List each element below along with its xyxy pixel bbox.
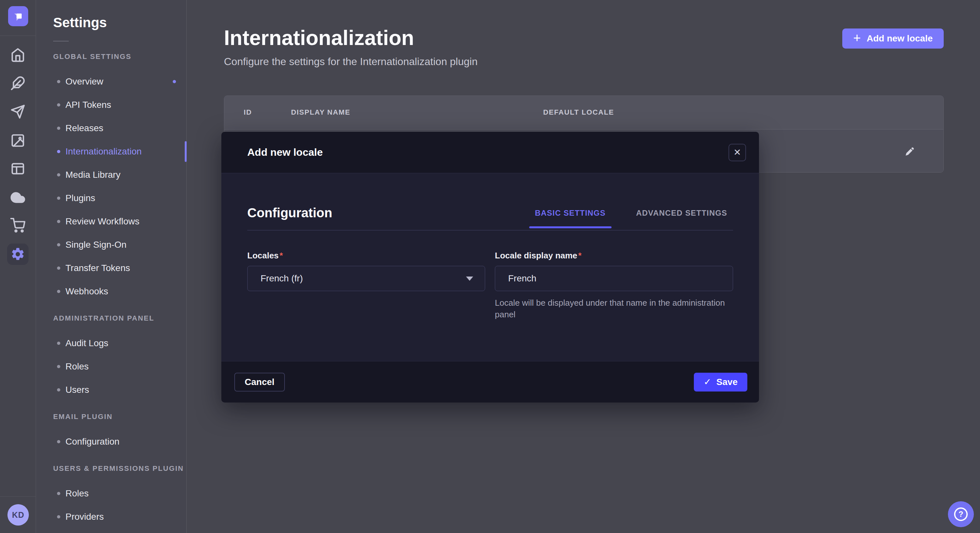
sidebar-item-admin-roles[interactable]: Roles xyxy=(36,355,186,378)
sidebar-item-overview[interactable]: Overview xyxy=(36,70,186,93)
bullet-icon xyxy=(57,127,60,130)
display-name-field-label: Locale display name* xyxy=(495,251,733,261)
sidebar-item-api-tokens[interactable]: API Tokens xyxy=(36,93,186,117)
bullet-icon xyxy=(57,103,60,106)
cancel-button[interactable]: Cancel xyxy=(234,373,285,392)
rail-divider-bottom xyxy=(0,497,36,497)
help-button[interactable]: ? xyxy=(948,501,974,527)
page-title: Internationalization xyxy=(224,26,414,50)
paper-plane-icon[interactable] xyxy=(8,102,28,122)
cart-icon[interactable] xyxy=(8,215,28,236)
notification-dot xyxy=(173,80,176,83)
section-label-email-plugin: EMAIL PLUGIN xyxy=(53,412,186,421)
bullet-icon xyxy=(57,365,60,368)
bullet-icon xyxy=(57,266,60,270)
locales-field-label: Locales* xyxy=(247,251,485,261)
cloud-icon[interactable] xyxy=(8,187,28,208)
sidebar-title-divider xyxy=(53,41,69,41)
column-header-display-name: DISPLAY NAME xyxy=(291,108,350,117)
locale-display-name-input[interactable] xyxy=(495,266,733,291)
pencil-icon xyxy=(903,145,916,158)
section-label-administration-panel: ADMINISTRATION PANEL xyxy=(53,314,186,322)
column-header-default-locale: DEFAULT LOCALE xyxy=(543,108,614,117)
locales-select-value: French (fr) xyxy=(261,273,303,284)
settings-tabs: BASIC SETTINGS ADVANCED SETTINGS xyxy=(529,209,733,217)
modal-header: Add new locale ✕ xyxy=(221,132,759,173)
bullet-icon xyxy=(57,150,60,153)
table-header-row: ID DISPLAY NAME DEFAULT LOCALE xyxy=(224,96,943,130)
bullet-icon xyxy=(57,243,60,246)
feather-icon[interactable] xyxy=(8,73,28,94)
check-icon: ✓ xyxy=(703,377,711,387)
section-label-global-settings: GLOBAL SETTINGS xyxy=(53,52,186,61)
bullet-icon xyxy=(57,492,60,495)
plus-icon: + xyxy=(853,32,861,44)
sidebar-item-media-library[interactable]: Media Library xyxy=(36,163,186,187)
bullet-icon xyxy=(57,388,60,392)
sidebar-item-webhooks[interactable]: Webhooks xyxy=(36,280,186,303)
bullet-icon xyxy=(57,290,60,293)
strapi-logo[interactable] xyxy=(8,6,28,26)
question-mark-icon: ? xyxy=(954,508,968,521)
sidebar-item-up-roles[interactable]: Roles xyxy=(36,482,186,505)
gear-icon[interactable] xyxy=(7,244,29,265)
modal-body: Configuration BASIC SETTINGS ADVANCED SE… xyxy=(221,173,759,361)
modal-title: Add new locale xyxy=(247,146,323,159)
bullet-icon xyxy=(57,197,60,200)
main-nav-rail: KD xyxy=(0,0,36,533)
sidebar-item-review-workflows[interactable]: Review Workflows xyxy=(36,210,186,233)
sidebar-title: Settings xyxy=(36,0,186,30)
sidebar-item-providers[interactable]: Providers xyxy=(36,505,186,528)
display-name-helper-text: Locale will be displayed under that name… xyxy=(495,297,733,320)
tabs-divider xyxy=(247,230,733,230)
sidebar-item-email-configuration[interactable]: Configuration xyxy=(36,430,186,453)
home-icon[interactable] xyxy=(8,45,28,65)
sidebar-item-audit-logs[interactable]: Audit Logs xyxy=(36,332,186,355)
user-avatar[interactable]: KD xyxy=(8,504,29,525)
sidebar-item-single-sign-on[interactable]: Single Sign-On xyxy=(36,233,186,257)
section-label-users-permissions-plugin: USERS & PERMISSIONS PLUGIN xyxy=(53,464,186,473)
locales-select[interactable]: French (fr) xyxy=(247,266,485,291)
column-header-id: ID xyxy=(244,108,252,117)
add-new-locale-button[interactable]: + Add new locale xyxy=(842,29,944,49)
sidebar-item-plugins[interactable]: Plugins xyxy=(36,187,186,210)
bullet-icon xyxy=(57,80,60,83)
sidebar-item-users[interactable]: Users xyxy=(36,378,186,401)
sidebar-item-releases[interactable]: Releases xyxy=(36,117,186,140)
media-library-icon[interactable] xyxy=(8,130,28,151)
sidebar-item-internationalization[interactable]: Internationalization xyxy=(36,140,186,163)
settings-sidebar: Settings GLOBAL SETTINGS Overview API To… xyxy=(36,0,187,533)
sidebar-item-transfer-tokens[interactable]: Transfer Tokens xyxy=(36,257,186,280)
strapi-logo-icon xyxy=(12,10,25,23)
close-modal-button[interactable]: ✕ xyxy=(729,144,746,161)
close-icon: ✕ xyxy=(733,148,741,157)
bullet-icon xyxy=(57,173,60,176)
bullet-icon xyxy=(57,440,60,443)
add-locale-modal: Add new locale ✕ Configuration BASIC SET… xyxy=(221,132,759,403)
tab-advanced-settings[interactable]: ADVANCED SETTINGS xyxy=(630,209,733,217)
page-subtitle: Configure the settings for the Internati… xyxy=(224,56,478,68)
chevron-down-icon xyxy=(466,276,473,281)
active-item-indicator xyxy=(185,141,187,162)
edit-locale-button[interactable] xyxy=(902,144,917,159)
configuration-heading: Configuration xyxy=(247,206,332,220)
tab-basic-settings[interactable]: BASIC SETTINGS xyxy=(529,209,611,217)
bullet-icon xyxy=(57,342,60,345)
bullet-icon xyxy=(57,515,60,519)
layout-icon[interactable] xyxy=(8,159,28,179)
modal-footer: Cancel ✓ Save xyxy=(221,361,759,403)
bullet-icon xyxy=(57,220,60,223)
required-asterisk: * xyxy=(578,251,581,260)
save-button[interactable]: ✓ Save xyxy=(694,373,747,392)
required-asterisk: * xyxy=(280,251,283,260)
rail-divider-top xyxy=(0,36,36,36)
